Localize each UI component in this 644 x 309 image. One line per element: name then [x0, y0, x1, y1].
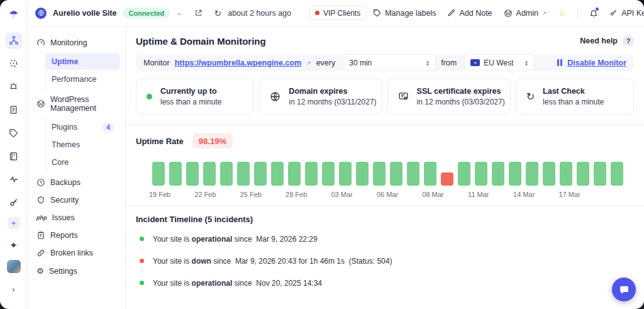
- incident-row: Your site is operational since Mar 9, 20…: [136, 235, 634, 257]
- uptime-day-bar-up[interactable]: [373, 162, 386, 186]
- uptime-day-bar-up[interactable]: [526, 162, 538, 186]
- manage-labels-button[interactable]: Manage labels: [373, 9, 436, 18]
- incident-timeline-title: Incident Timeline (5 incidents): [136, 215, 634, 224]
- site-switcher-chevron-icon[interactable]: ⌄: [176, 9, 182, 17]
- uptime-day-bar-up[interactable]: [237, 162, 250, 186]
- uptime-day-bar-up[interactable]: [152, 162, 165, 186]
- uptime-day-bar-up[interactable]: [220, 162, 233, 186]
- sparkles-icon[interactable]: ✦: [5, 237, 23, 254]
- api-key-button[interactable]: API Key: [609, 9, 644, 18]
- x-axis-tick-label: 06 Mar: [377, 191, 398, 198]
- uptime-day-bar-down[interactable]: [441, 172, 453, 186]
- plugins-count-badge: 4: [103, 123, 114, 132]
- sidebar-item-themes[interactable]: Themes: [45, 136, 120, 153]
- wp-admin-button[interactable]: Admin ↗: [504, 9, 547, 18]
- monitoring-nodes-icon[interactable]: [5, 32, 23, 49]
- uptime-day-bar-up[interactable]: [288, 162, 301, 186]
- uptime-day-bar-up[interactable]: [492, 162, 504, 186]
- sidebar-item-broken-links[interactable]: Broken links: [33, 244, 120, 262]
- uptime-day-bar-up[interactable]: [543, 162, 555, 186]
- uptime-day-bar-up[interactable]: [203, 162, 216, 186]
- uptime-rate-section: Uptime Rate 98.19% 19 Feb22 Feb25 Feb28 …: [126, 125, 644, 206]
- sidebar-item-backups[interactable]: Backups: [33, 174, 120, 191]
- api-key-icon[interactable]: [5, 194, 23, 211]
- uptime-rate-badge: 98.19%: [192, 133, 233, 149]
- incident-status-dot: [140, 281, 144, 285]
- alert-siren-icon[interactable]: [5, 78, 23, 95]
- interval-select[interactable]: 30 min ▲▼: [343, 54, 436, 71]
- activity-pulse-icon[interactable]: [5, 171, 23, 188]
- app-window: ☂ + ✦ ›: [0, 0, 644, 309]
- uptime-rate-label: Uptime Rate: [136, 137, 184, 146]
- sidebar-item-security[interactable]: Security: [33, 191, 120, 209]
- tag-icon[interactable]: [5, 125, 23, 142]
- incident-row: Your site is operational since Nov 20, 2…: [136, 279, 634, 301]
- disable-monitor-button[interactable]: Disable Monitor: [567, 59, 626, 67]
- sidebar-section-monitoring[interactable]: Monitoring: [33, 34, 120, 52]
- uptime-day-bar-up[interactable]: [475, 162, 487, 186]
- notifications-bell-icon[interactable]: [589, 9, 598, 18]
- connection-status-badge: Connected: [123, 8, 170, 18]
- region-select[interactable]: ★ EU West ▲▼: [464, 54, 535, 71]
- uptime-day-bar-up[interactable]: [577, 162, 589, 186]
- sidebar-item-issues[interactable]: php Issues: [33, 209, 120, 227]
- user-avatar[interactable]: [7, 260, 21, 273]
- file-notes-icon[interactable]: [5, 101, 23, 118]
- uptime-day-bar-up[interactable]: [169, 162, 182, 186]
- card-title: Last Check: [543, 87, 604, 96]
- card-value: less than a minute: [543, 98, 604, 106]
- sidebar-item-core[interactable]: Core: [45, 154, 120, 171]
- sidebar-item-performance[interactable]: Performance: [45, 70, 120, 87]
- uptime-day-bar-up[interactable]: [611, 162, 623, 186]
- uptime-day-bar-up[interactable]: [254, 162, 267, 186]
- uptime-day-bar-up[interactable]: [407, 162, 419, 186]
- wp-umbrella-logo-icon[interactable]: ☂: [5, 6, 23, 23]
- sync-refresh-icon[interactable]: ↻: [214, 8, 221, 18]
- icon-rail: ☂ + ✦ ›: [0, 0, 28, 309]
- topbar: Aurelio volle Site Connected ⌄ ↻ about 2…: [28, 0, 644, 26]
- uptime-day-bar-up[interactable]: [424, 162, 436, 186]
- site-favicon[interactable]: [35, 8, 47, 19]
- red-label-dot: [315, 11, 319, 15]
- sidebar-item-reports[interactable]: Reports: [33, 227, 120, 244]
- sidebar-item-uptime[interactable]: Uptime: [45, 53, 120, 70]
- expand-rail-chevron-icon[interactable]: ›: [5, 281, 23, 298]
- uptime-day-bar-up[interactable]: [305, 162, 318, 186]
- scan-target-icon[interactable]: [5, 55, 23, 72]
- incident-status-dot: [140, 259, 144, 263]
- favorite-star-icon[interactable]: ☆: [558, 8, 567, 18]
- uptime-day-bar-up[interactable]: [509, 162, 521, 186]
- link-icon: [36, 249, 45, 257]
- card-title: SSL certificate expires: [417, 87, 505, 96]
- uptime-day-bar-up[interactable]: [356, 162, 369, 186]
- uptime-day-bar-up[interactable]: [390, 162, 402, 186]
- uptime-day-bar-up[interactable]: [560, 162, 572, 186]
- sidebar-item-plugins[interactable]: Plugins 4: [45, 118, 120, 135]
- monitor-config-bar: Monitor https://wpumbrella.wpengine.com …: [136, 54, 634, 71]
- uptime-day-bar-up[interactable]: [271, 162, 284, 186]
- x-axis-tick-label: 08 Mar: [422, 191, 443, 198]
- tag-icon: [373, 9, 381, 17]
- uptime-day-bar-up[interactable]: [339, 162, 352, 186]
- billing-book-icon[interactable]: [5, 148, 23, 165]
- open-site-external-icon[interactable]: [194, 9, 203, 17]
- uptime-day-bar-up[interactable]: [594, 162, 606, 186]
- add-note-button[interactable]: Add Note: [447, 9, 492, 18]
- sidebar-item-settings[interactable]: ⚙ Settings: [33, 262, 120, 280]
- uptime-day-bar-up[interactable]: [322, 162, 335, 186]
- vip-clients-label-pill[interactable]: VIP Clients: [309, 6, 367, 20]
- add-site-button[interactable]: +: [8, 217, 20, 229]
- gear-icon: ⚙: [36, 266, 44, 276]
- shield-icon: [36, 196, 45, 205]
- last-sync-time: about 2 hours ago: [228, 9, 291, 18]
- divider: [577, 8, 578, 19]
- sidebar-section-wordpress-management[interactable]: WordPress Management: [33, 91, 120, 117]
- external-link-icon: ↗: [306, 60, 311, 66]
- site-name[interactable]: Aurelio volle Site: [53, 9, 116, 18]
- uptime-day-bar-up[interactable]: [458, 162, 470, 186]
- uptime-day-bar-up[interactable]: [186, 162, 199, 186]
- need-help-button[interactable]: Need help ?: [580, 35, 634, 47]
- chat-widget-button[interactable]: [612, 278, 636, 301]
- monitored-url-link[interactable]: https://wpumbrella.wpengine.com: [175, 59, 301, 67]
- help-question-icon[interactable]: ?: [623, 35, 634, 47]
